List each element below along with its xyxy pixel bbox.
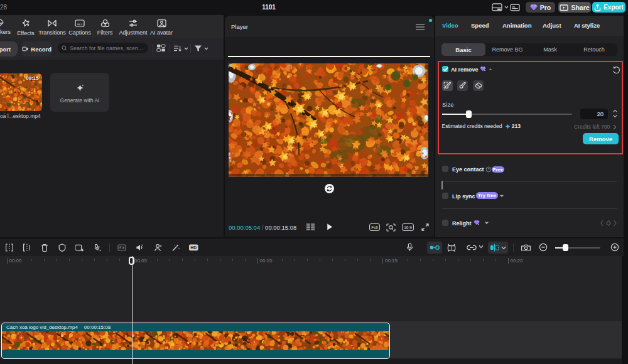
svg-text:?: ? (487, 168, 489, 171)
svg-text:HD: HD (190, 245, 197, 250)
